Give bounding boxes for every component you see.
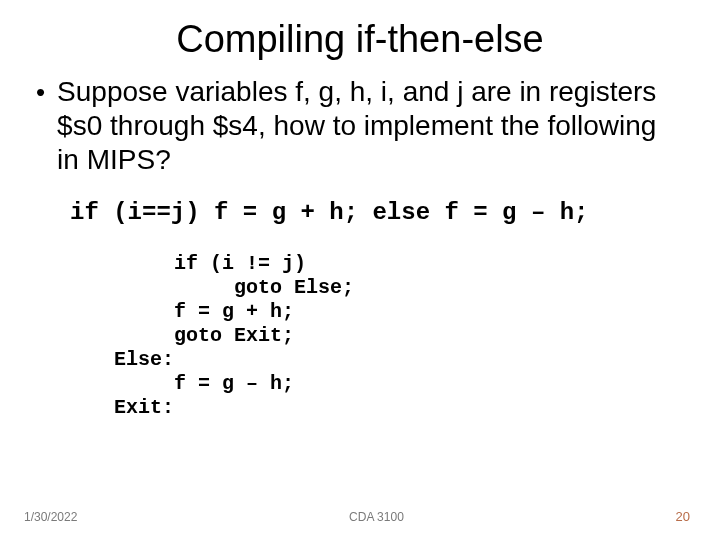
footer-page: 20: [676, 509, 690, 524]
code-block: if (i != j) goto Else; f = g + h; goto E…: [114, 252, 684, 420]
bullet-marker: •: [36, 75, 45, 109]
footer-course: CDA 3100: [349, 510, 404, 524]
slide: Compiling if-then-else • Suppose variabl…: [0, 0, 720, 540]
footer: 1/30/2022 CDA 3100 20: [0, 509, 720, 524]
footer-date: 1/30/2022: [24, 510, 77, 524]
slide-title: Compiling if-then-else: [36, 18, 684, 61]
bullet-text: Suppose variables f, g, h, i, and j are …: [57, 75, 684, 177]
bullet-item: • Suppose variables f, g, h, i, and j ar…: [36, 75, 684, 177]
code-oneline: if (i==j) f = g + h; else f = g – h;: [70, 199, 684, 226]
